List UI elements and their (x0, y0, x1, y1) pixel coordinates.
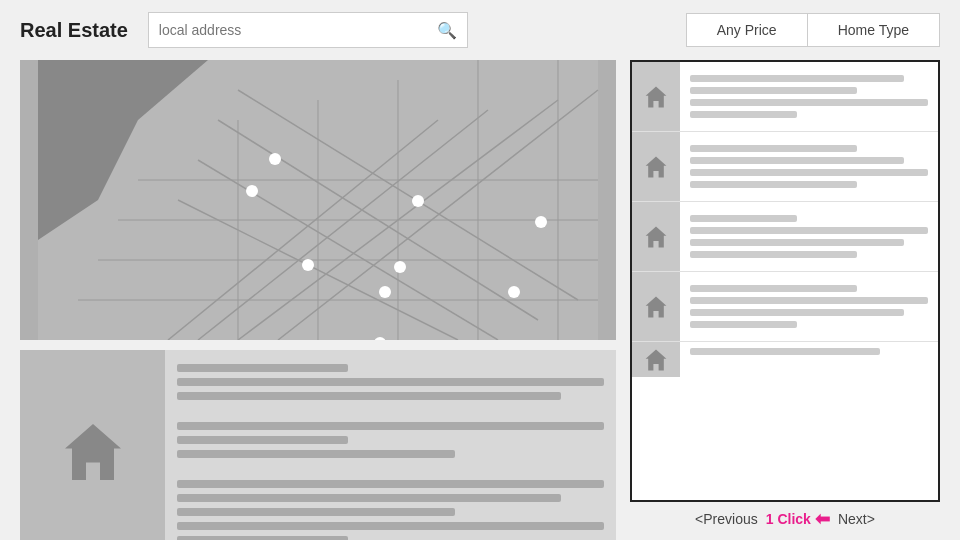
svg-marker-30 (65, 424, 121, 480)
result-line (690, 309, 904, 316)
result-home-icon-5 (632, 342, 680, 377)
listing-detail (20, 350, 616, 540)
result-line (690, 157, 904, 164)
result-line (690, 181, 857, 188)
svg-point-20 (246, 185, 258, 197)
listing-line-3 (177, 392, 561, 400)
result-line (690, 285, 857, 292)
right-column: <Previous 1 Click ⬅ Next> (630, 60, 940, 530)
result-line (690, 145, 857, 152)
search-button[interactable]: 🔍 (437, 21, 457, 40)
result-home-icon-2 (632, 132, 680, 201)
click-arrow-icon: ⬅ (815, 508, 830, 530)
svg-point-24 (394, 261, 406, 273)
result-line (690, 227, 928, 234)
svg-point-25 (379, 286, 391, 298)
svg-point-19 (269, 153, 281, 165)
pagination-current: 1 Click ⬅ (766, 508, 830, 530)
listing-line-2 (177, 378, 604, 386)
listing-line-5 (177, 436, 348, 444)
price-filter-button[interactable]: Any Price (686, 13, 807, 47)
list-item[interactable] (632, 132, 938, 202)
result-line (690, 99, 928, 106)
result-line (690, 239, 904, 246)
current-page-label: 1 Click (766, 511, 811, 527)
listing-line-1 (177, 364, 348, 372)
listing-info (165, 350, 616, 540)
search-bar: 🔍 (148, 12, 468, 48)
result-text-4 (680, 272, 938, 341)
map-svg (20, 60, 616, 340)
result-line (690, 75, 904, 82)
result-line (690, 297, 928, 304)
previous-button[interactable]: <Previous (695, 511, 758, 527)
result-line (690, 111, 797, 118)
result-text-partial (680, 342, 938, 377)
home-type-filter-button[interactable]: Home Type (807, 13, 940, 47)
result-line (690, 169, 928, 176)
result-text-2 (680, 132, 938, 201)
result-text-3 (680, 202, 938, 271)
result-home-icon-3 (632, 202, 680, 271)
listing-line-11 (177, 536, 348, 540)
result-home-icon-1 (632, 62, 680, 131)
list-item[interactable] (632, 62, 938, 132)
listing-thumbnail (20, 350, 165, 540)
pagination: <Previous 1 Click ⬅ Next> (630, 502, 940, 530)
svg-point-22 (535, 216, 547, 228)
app-title: Real Estate (20, 19, 128, 42)
listing-home-icon (58, 417, 128, 491)
listing-line-8 (177, 494, 561, 502)
svg-marker-33 (646, 226, 667, 247)
result-line (690, 348, 880, 355)
listing-line-6 (177, 450, 455, 458)
list-item-partial[interactable] (632, 342, 938, 377)
svg-marker-35 (646, 349, 667, 370)
result-line (690, 87, 857, 94)
search-input[interactable] (159, 22, 437, 38)
svg-point-23 (302, 259, 314, 271)
map-container[interactable] (20, 60, 616, 340)
svg-point-21 (412, 195, 424, 207)
listing-line-7 (177, 480, 604, 488)
result-line (690, 215, 797, 222)
listing-line-10 (177, 522, 604, 530)
listing-line-4 (177, 422, 604, 430)
filter-buttons: Any Price Home Type (686, 13, 940, 47)
header: Real Estate 🔍 Any Price Home Type (0, 0, 960, 60)
result-line (690, 251, 857, 258)
svg-point-26 (508, 286, 520, 298)
list-item[interactable] (632, 202, 938, 272)
list-item[interactable] (632, 272, 938, 342)
result-text-1 (680, 62, 938, 131)
result-line (690, 321, 797, 328)
listing-line-9 (177, 508, 455, 516)
svg-marker-32 (646, 156, 667, 177)
result-home-icon-4 (632, 272, 680, 341)
main-content: <Previous 1 Click ⬅ Next> (0, 60, 960, 540)
svg-marker-34 (646, 296, 667, 317)
results-panel (630, 60, 940, 502)
left-column (20, 60, 616, 530)
next-button[interactable]: Next> (838, 511, 875, 527)
svg-marker-31 (646, 86, 667, 107)
